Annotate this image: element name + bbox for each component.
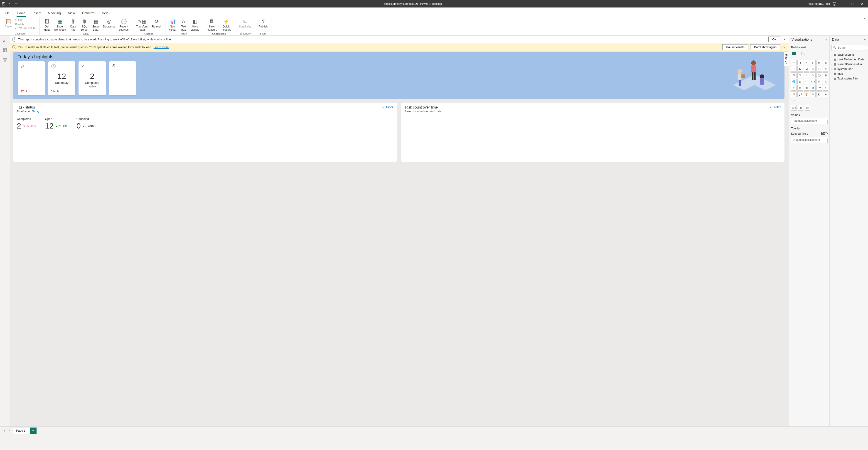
pause-visuals-button[interactable]: Pause visuals: [722, 44, 748, 50]
viz-area-icon[interactable]: ◣: [798, 66, 803, 71]
table-item[interactable]: ›▦businessunit: [832, 52, 866, 57]
undo-icon[interactable]: ↶: [8, 2, 12, 6]
collapse-data-pane-icon[interactable]: »: [864, 38, 866, 41]
viz-custom2-icon[interactable]: ▦: [798, 105, 803, 111]
tab-optimize[interactable]: Optimize: [82, 9, 95, 17]
minimize-button[interactable]: —: [838, 0, 846, 7]
viz-python-icon[interactable]: Py: [816, 85, 822, 91]
highlight-card[interactable]: ✓ 2 Completed today: [79, 61, 106, 95]
viz-custom-icon[interactable]: ◈: [823, 91, 828, 97]
viz-map-icon[interactable]: 🌐: [791, 79, 797, 84]
get-data-button[interactable]: 🗄Get data: [42, 18, 52, 32]
next-page-button[interactable]: ►: [7, 429, 12, 432]
ribbon-collapse-button[interactable]: ˄: [862, 17, 867, 35]
new-measure-button[interactable]: 🖩New measure: [205, 18, 219, 32]
prev-page-button[interactable]: ◄: [2, 429, 6, 432]
close-button[interactable]: ✕: [858, 0, 866, 7]
model-view-button[interactable]: [1, 56, 9, 63]
refresh-button[interactable]: ⟳Refresh: [151, 18, 163, 29]
tab-home[interactable]: Home: [17, 9, 26, 17]
tab-view[interactable]: View: [68, 9, 75, 17]
redo-icon[interactable]: ↷: [14, 2, 18, 6]
new-visual-button[interactable]: 📊New visual: [168, 18, 178, 32]
viz-pie-icon[interactable]: ◔: [810, 72, 815, 78]
close-warning-icon[interactable]: ✕: [782, 38, 787, 41]
tooltip-field-well[interactable]: Drag tooltip fields here: [791, 137, 828, 143]
excel-workbook-button[interactable]: ▦Excel workbook: [53, 18, 67, 32]
tab-help[interactable]: Help: [101, 9, 109, 17]
viz-line-clustered-icon[interactable]: ⫘: [816, 66, 822, 71]
task-status-card[interactable]: Task status Timeframe : Today ⏷Filter Co…: [13, 102, 397, 162]
viz-custom3-icon[interactable]: ◧: [805, 105, 810, 111]
dataverse-button[interactable]: ◎Dataverse: [102, 18, 117, 29]
table-item[interactable]: ›▦systemuser: [832, 66, 866, 71]
sql-server-button[interactable]: 🛢SQL Server: [79, 18, 90, 32]
viz-decomp-icon[interactable]: ⊟: [791, 91, 797, 97]
tab-file[interactable]: File: [4, 9, 10, 17]
user-label[interactable]: RetailAuroraCIPool: [806, 2, 830, 5]
viz-custom1-icon[interactable]: 123: [791, 105, 797, 111]
text-box-button[interactable]: AText box: [179, 18, 189, 32]
data-search-box[interactable]: 🔍: [832, 45, 866, 51]
recent-sources-button[interactable]: 🕓Recent sources: [118, 18, 130, 32]
table-item[interactable]: ›▦Task status filter: [832, 76, 866, 81]
build-visual-mode-icon[interactable]: [791, 51, 797, 56]
viz-waterfall-icon[interactable]: ⊓: [791, 72, 797, 78]
viz-narrative-icon[interactable]: 🏆: [804, 91, 809, 97]
timeframe-link[interactable]: Today: [32, 110, 39, 113]
viz-ribbon-icon[interactable]: ≋: [823, 66, 828, 71]
viz-filled-map-icon[interactable]: ▧: [798, 79, 803, 84]
report-view-button[interactable]: [1, 37, 9, 44]
page-tab[interactable]: Page 1: [13, 427, 29, 434]
viz-slicer-icon[interactable]: ▾: [791, 85, 797, 91]
viz-line-column-icon[interactable]: ⫗: [810, 66, 815, 71]
tab-insert[interactable]: Insert: [32, 9, 41, 17]
viz-funnel-icon[interactable]: ▽: [798, 72, 803, 78]
viz-keyinfl-icon[interactable]: ⎌: [823, 85, 828, 91]
enter-data-button[interactable]: ▦Enter data: [91, 18, 101, 32]
more-visuals-button[interactable]: ◧More visuals: [189, 18, 200, 32]
viz-donut-icon[interactable]: ◯: [816, 72, 822, 78]
filters-pane-toggle[interactable]: Filters ›: [784, 52, 789, 66]
viz-clustered-column-icon[interactable]: ▯: [810, 60, 815, 65]
viz-r-icon[interactable]: R: [810, 85, 815, 91]
viz-line-icon[interactable]: 〰: [791, 66, 797, 71]
viz-app-icon[interactable]: ◧: [816, 91, 822, 97]
highlight-card[interactable]: 🕓 12 Due today 0 high: [48, 61, 75, 95]
dont-show-again-button[interactable]: Don't show again: [750, 44, 780, 50]
highlight-foot[interactable]: 37 high: [21, 90, 42, 93]
viz-qna-icon[interactable]: 💬: [798, 91, 803, 97]
viz-paginated-icon[interactable]: 🗎: [810, 91, 815, 97]
viz-card-icon[interactable]: 123: [810, 79, 815, 84]
viz-gauge-icon[interactable]: ◠: [804, 79, 809, 84]
viz-multicard-icon[interactable]: ☷: [816, 79, 822, 84]
publish-button[interactable]: ⇪Publish: [257, 18, 269, 29]
viz-100-column-icon[interactable]: ▥: [823, 60, 828, 65]
task-count-filter-button[interactable]: ⏷Filter: [769, 106, 781, 109]
learn-more-link[interactable]: Learn more: [154, 46, 168, 49]
viz-stacked-area-icon[interactable]: ◢: [804, 66, 809, 71]
viz-scatter-icon[interactable]: ⁘: [804, 72, 809, 78]
viz-treemap-icon[interactable]: ▦: [823, 72, 828, 78]
table-item[interactable]: ›▦ParentBusinessUnit: [832, 62, 866, 66]
format-visual-mode-icon[interactable]: [801, 51, 806, 56]
tab-modeling[interactable]: Modeling: [48, 9, 61, 17]
add-page-button[interactable]: +: [30, 427, 36, 434]
table-item[interactable]: ›▦task: [832, 71, 866, 76]
highlight-card[interactable]: ⏱: [109, 61, 136, 95]
viz-stacked-column-icon[interactable]: ▮: [798, 60, 803, 65]
values-field-well[interactable]: Add data fields here: [791, 118, 828, 124]
maximize-button[interactable]: ▢: [848, 0, 856, 7]
transform-data-button[interactable]: ✎▦Transform data: [134, 18, 150, 32]
viz-table-icon[interactable]: ▤: [798, 85, 803, 91]
keep-filters-toggle[interactable]: On: [821, 132, 828, 135]
data-hub-button[interactable]: 🛢Data hub: [68, 18, 78, 32]
quick-measure-button[interactable]: ⚡Quick measure: [219, 18, 233, 32]
viz-matrix-icon[interactable]: ▦: [804, 85, 809, 91]
table-item[interactable]: ›▦Last Refreshed Date: [832, 57, 866, 62]
data-view-button[interactable]: [1, 47, 9, 54]
highlight-foot[interactable]: 0 high: [51, 90, 73, 93]
ok-button[interactable]: OK: [768, 36, 780, 42]
task-status-filter-button[interactable]: ⏷Filter: [381, 106, 393, 109]
collapse-viz-pane-icon[interactable]: »: [825, 38, 827, 41]
